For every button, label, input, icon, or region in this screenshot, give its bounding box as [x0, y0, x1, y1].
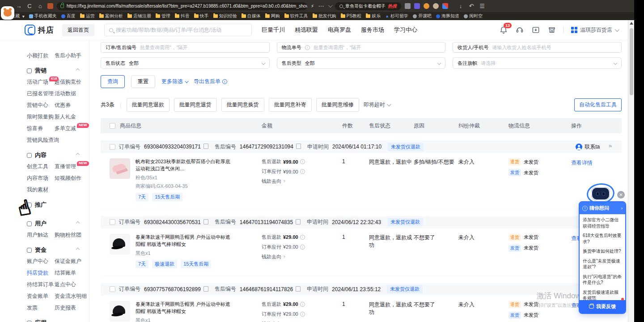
bookmark-folder[interactable]: 运营: [80, 13, 95, 19]
bookmark-baidu[interactable]: 百度: [61, 13, 76, 19]
sidebar-item[interactable]: 已报名管理: [27, 90, 54, 97]
page-scrollbar[interactable]: [628, 20, 634, 322]
sidebar-section-header[interactable]: 内容: [27, 151, 89, 159]
sidebar-item[interactable]: 资金账单: [27, 292, 54, 300]
view-detail-link[interactable]: 查看详情: [571, 160, 593, 166]
reload-icon[interactable]: C: [26, 3, 33, 9]
timeout-filter[interactable]: 即将超时: [364, 101, 390, 109]
batch-action-button[interactable]: 批量同意维修: [316, 98, 359, 112]
sidebar-item[interactable]: 优惠券: [55, 102, 89, 109]
browser-search-box[interactable]: 章鱼哥似卡着金帽子 热搜: [335, 2, 401, 10]
lightning-icon[interactable]: ⚡: [311, 4, 314, 8]
home-icon[interactable]: ⌂: [37, 3, 44, 9]
sidebar-item[interactable]: 新人礼金: [55, 113, 89, 121]
sidebar-item[interactable]: 活动广场618: [27, 78, 54, 86]
bookmark-kaikeba[interactable]: 开课吧: [413, 13, 432, 19]
copy-icon[interactable]: [204, 287, 208, 292]
history-icon[interactable]: ↶: [468, 3, 475, 9]
menu-icon[interactable]: ☰: [479, 3, 486, 9]
store-selector[interactable]: 温琪莎百货店: [571, 26, 618, 34]
orange-extension-icon[interactable]: [424, 3, 429, 9]
more-icon[interactable]: ⋯: [318, 3, 325, 9]
bookmark-folder[interactable]: 抖音: [175, 13, 190, 19]
bookmark-folder[interactable]: 自媒体: [242, 13, 261, 19]
close-icon[interactable]: ✕: [617, 191, 625, 199]
sidebar-item[interactable]: 我的素材: [27, 186, 54, 194]
forward-icon[interactable]: →: [15, 3, 22, 9]
collapse-caret-icon[interactable]: [76, 221, 80, 225]
suggested-question[interactable]: 什么是"未发货极速退款"?: [583, 258, 622, 270]
product-title[interactable]: 帆布鞋女2023秋季新款低帮百搭小白鞋厚底运动鞋浅口透气休闲…: [136, 158, 232, 173]
sidebar-section-header[interactable]: 资金: [27, 246, 89, 254]
query-button[interactable]: 查询: [101, 75, 125, 88]
download-manager-icon[interactable]: ↓: [457, 3, 464, 9]
row-checkbox[interactable]: [110, 144, 115, 150]
copy-icon[interactable]: [297, 287, 301, 292]
info-icon[interactable]: i: [300, 169, 305, 174]
dropdown-chevron-icon[interactable]: [328, 3, 333, 8]
bookmark-folder[interactable]: PS教程: [341, 13, 361, 19]
bookmark-yueshikong[interactable]: 阅时空: [464, 13, 483, 19]
sidebar-item[interactable]: 活动数据: [55, 90, 89, 97]
sidebar-item[interactable]: 营销风险查询: [27, 136, 54, 144]
copy-icon[interactable]: [297, 220, 301, 225]
bookmark-folder[interactable]: 店铺注册: [127, 13, 151, 19]
product-image[interactable]: [110, 301, 130, 322]
sidebar-item[interactable]: 限时限量购: [27, 113, 54, 121]
sidebar-item[interactable]: 历史报表: [55, 304, 89, 312]
bookmark-phone-favorites[interactable]: 手机收藏夹: [29, 13, 57, 19]
app-search-input[interactable]: 搜索功能/帮助/数据/商品/订单/平台消息/活动: [104, 24, 252, 36]
sidebar-item[interactable]: 资金流水明细: [55, 292, 89, 300]
sidebar-item[interactable]: 用户触达: [27, 231, 54, 239]
bookmark-shanke[interactable]: ▲杉可留学: [385, 13, 408, 19]
suggested-question[interactable]: 618大促售后时效要求?: [583, 233, 622, 245]
workbench-shop-icon[interactable]: [547, 25, 556, 34]
batch-action-button[interactable]: 批量同意换货: [221, 98, 264, 112]
scissors-extension-icon[interactable]: [405, 3, 411, 9]
bookmark-folder[interactable]: 娱乐: [366, 13, 381, 19]
info-icon[interactable]: i: [300, 245, 305, 250]
info-icon[interactable]: i: [300, 235, 305, 240]
receiver-filter-input[interactable]: 收货人/手机号 请输入收货人姓名或手机号: [453, 42, 622, 53]
bookmark-folder[interactable]: 批发代购: [313, 13, 336, 19]
row-checkbox[interactable]: [110, 219, 115, 225]
sidebar-item[interactable]: 返点中心: [55, 281, 89, 288]
sidebar-section-header[interactable]: 应用: [27, 319, 89, 322]
sidebar-item[interactable]: 账户中心: [27, 258, 54, 265]
auto-aftersale-tool-button[interactable]: 自动化售后工具: [574, 98, 622, 111]
select-all-checkbox[interactable]: [110, 123, 115, 129]
collapse-caret-icon[interactable]: [76, 153, 80, 157]
sidebar-section-header[interactable]: 用户: [27, 220, 89, 228]
suggested-question[interactable]: 执行"闪电退货"的条件是什么?: [583, 274, 622, 286]
sidebar-item[interactable]: 营销中心: [27, 102, 54, 109]
sidebar-item[interactable]: 内容市场: [27, 174, 54, 182]
product-image[interactable]: [110, 158, 130, 179]
sidebar-item[interactable]: 创意工具: [27, 163, 54, 170]
product-image[interactable]: [110, 234, 130, 254]
info-icon[interactable]: i: [300, 312, 305, 317]
doudian-logo[interactable]: 抖店: [25, 25, 54, 35]
copy-icon[interactable]: [204, 220, 208, 225]
sidebar-item[interactable]: 短视频创作: [55, 174, 89, 182]
sidebar-item[interactable]: 购物粉丝团: [55, 231, 89, 239]
batch-action-button[interactable]: 批量同意退货: [174, 98, 217, 112]
product-title[interactable]: 春夏薄款速干网眼鸭舌帽男 户外运动中标遮阳帽 韩版透气棒球帽女: [136, 234, 232, 248]
bookmark-folder[interactable]: 管理: [156, 13, 170, 19]
collapse-caret-icon[interactable]: [76, 248, 80, 251]
search-term[interactable]: 章鱼哥似卡着金帽子: [345, 3, 386, 9]
info-icon[interactable]: i: [300, 302, 305, 307]
copy-icon[interactable]: [204, 144, 208, 149]
more-filters-link[interactable]: 更多筛选: [161, 78, 187, 85]
reset-button[interactable]: 重置: [131, 75, 155, 88]
header-nav-item[interactable]: 精选联盟: [295, 26, 318, 34]
export-link[interactable]: 导出售后单i: [194, 78, 227, 85]
pet-extension-icon[interactable]: [433, 3, 439, 9]
customer-service-headset-icon[interactable]: [515, 25, 524, 34]
suggested-question[interactable]: 添加官方小二微信获得经营指导: [583, 217, 622, 229]
assistant-panel-header[interactable]: ! 猜你想问 ›: [580, 202, 625, 214]
suggested-question[interactable]: 发货后极速退款服务规范: [583, 289, 622, 301]
sidebar-item[interactable]: 小额打款: [27, 52, 54, 59]
sidebar-item[interactable]: 售后小助手: [55, 52, 89, 59]
bookmark-folder[interactable]: 知识经验: [213, 13, 237, 19]
remark-flag-select[interactable]: 备注旗帜 请选择: [453, 57, 622, 69]
